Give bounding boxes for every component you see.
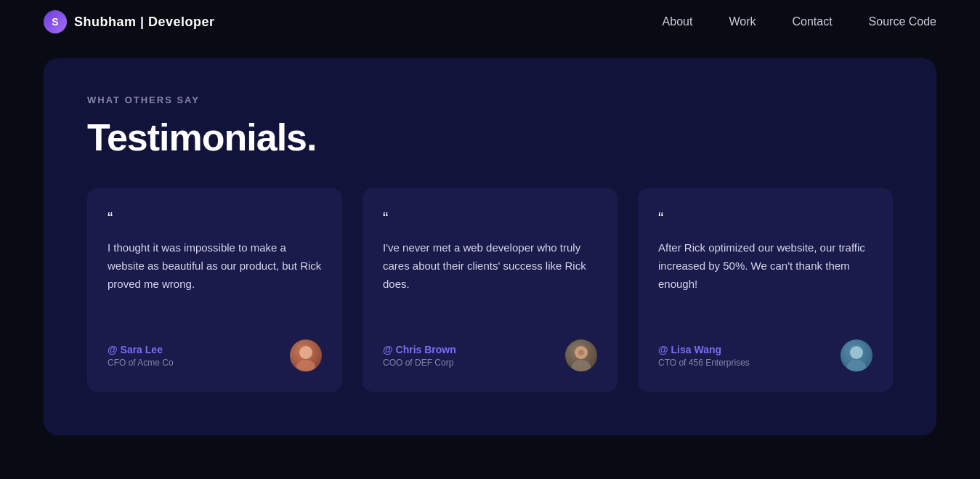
author-title-1: CFO of Acme Co xyxy=(108,358,174,368)
quote-icon-2: “ xyxy=(383,210,597,226)
nav-item-source[interactable]: Source Code xyxy=(869,15,936,28)
author-row-1: Sara Lee CFO of Acme Co xyxy=(108,339,322,371)
svg-point-1 xyxy=(296,360,315,371)
section-eyebrow: WHAT OTHERS SAY xyxy=(87,94,893,105)
quote-text-3: After Rick optimized our website, our tr… xyxy=(658,239,872,293)
nav-item-contact[interactable]: Contact xyxy=(792,15,832,28)
author-handle-2: Chris Brown xyxy=(383,344,456,355)
testimonial-card-2: “ I've never met a web developer who tru… xyxy=(363,188,617,392)
section-title: Testimonials. xyxy=(87,116,893,159)
author-row-3: Lisa Wang CTO of 456 Enterprises xyxy=(658,339,872,371)
nav-link-source[interactable]: Source Code xyxy=(869,15,936,28)
svg-point-0 xyxy=(299,346,312,359)
author-avatar-2 xyxy=(565,339,597,371)
logo-area: S Shubham | Developer xyxy=(44,10,215,33)
svg-point-3 xyxy=(572,360,591,371)
navbar: S Shubham | Developer About Work Contact… xyxy=(0,0,980,44)
quote-text-1: I thought it was impossible to make a we… xyxy=(108,239,322,293)
quote-icon-3: “ xyxy=(658,210,872,226)
nav-link-contact[interactable]: Contact xyxy=(792,15,832,28)
author-info-2: Chris Brown COO of DEF Corp xyxy=(383,344,456,368)
nav-link-work[interactable]: Work xyxy=(729,15,756,28)
nav-links: About Work Contact Source Code xyxy=(663,15,936,28)
testimonial-card-1: “ I thought it was impossible to make a … xyxy=(87,188,342,392)
quote-icon-1: “ xyxy=(108,210,322,226)
testimonial-card-3: “ After Rick optimized our website, our … xyxy=(638,188,893,392)
nav-item-work[interactable]: Work xyxy=(729,15,756,28)
author-row-2: Chris Brown COO of DEF Corp xyxy=(383,339,597,371)
author-avatar-1 xyxy=(290,339,322,371)
quote-text-2: I've never met a web developer who truly… xyxy=(383,239,597,293)
author-avatar-3 xyxy=(841,339,872,371)
cards-grid: “ I thought it was impossible to make a … xyxy=(87,188,893,392)
svg-point-5 xyxy=(850,346,863,359)
logo-icon: S xyxy=(44,10,67,33)
testimonials-section: WHAT OTHERS SAY Testimonials. “ I though… xyxy=(44,58,936,435)
nav-item-about[interactable]: About xyxy=(663,15,693,28)
author-title-3: CTO of 456 Enterprises xyxy=(658,358,750,368)
author-handle-1: Sara Lee xyxy=(108,344,174,355)
logo-text: Shubham | Developer xyxy=(74,15,215,30)
author-info-1: Sara Lee CFO of Acme Co xyxy=(108,344,174,368)
author-handle-3: Lisa Wang xyxy=(658,344,750,355)
svg-point-4 xyxy=(578,350,584,355)
author-title-2: COO of DEF Corp xyxy=(383,358,456,368)
main-content: WHAT OTHERS SAY Testimonials. “ I though… xyxy=(0,44,980,464)
svg-point-6 xyxy=(847,360,866,371)
author-info-3: Lisa Wang CTO of 456 Enterprises xyxy=(658,344,750,368)
nav-link-about[interactable]: About xyxy=(663,15,693,28)
